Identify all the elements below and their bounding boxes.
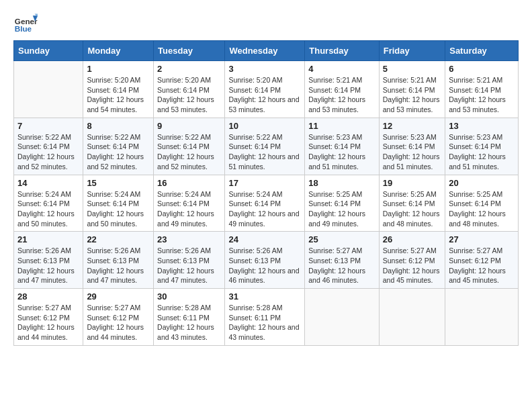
day-number: 8 (87, 121, 150, 131)
day-info: Sunrise: 5:22 AMSunset: 6:14 PMDaylight:… (17, 132, 79, 172)
day-number: 9 (157, 121, 221, 131)
calendar-week-row: 1Sunrise: 5:20 AMSunset: 6:14 PMDaylight… (14, 61, 519, 118)
calendar-cell: 2Sunrise: 5:20 AMSunset: 6:14 PMDaylight… (154, 61, 225, 118)
calendar-cell: 10Sunrise: 5:22 AMSunset: 6:14 PMDayligh… (225, 118, 305, 175)
day-info: Sunrise: 5:22 AMSunset: 6:14 PMDaylight:… (87, 132, 150, 172)
calendar-cell: 3Sunrise: 5:20 AMSunset: 6:14 PMDaylight… (225, 61, 305, 118)
calendar-cell: 1Sunrise: 5:20 AMSunset: 6:14 PMDaylight… (83, 61, 154, 118)
day-number: 29 (87, 291, 150, 302)
column-header-thursday: Thursday (305, 41, 380, 61)
day-number: 22 (87, 234, 150, 244)
day-info: Sunrise: 5:23 AMSunset: 6:14 PMDaylight:… (449, 132, 515, 172)
calendar-cell: 7Sunrise: 5:22 AMSunset: 6:14 PMDaylight… (14, 118, 83, 175)
day-info: Sunrise: 5:25 AMSunset: 6:14 PMDaylight:… (449, 189, 515, 229)
day-info: Sunrise: 5:27 AMSunset: 6:13 PMDaylight:… (308, 246, 375, 285)
day-info: Sunrise: 5:21 AMSunset: 6:14 PMDaylight:… (383, 75, 441, 115)
day-number: 4 (308, 64, 375, 74)
calendar-cell (379, 289, 445, 346)
day-number: 18 (308, 178, 375, 188)
calendar-cell: 5Sunrise: 5:21 AMSunset: 6:14 PMDaylight… (379, 61, 445, 118)
day-info: Sunrise: 5:24 AMSunset: 6:14 PMDaylight:… (17, 189, 79, 229)
day-number: 14 (17, 178, 79, 188)
day-number: 27 (449, 234, 515, 244)
day-number: 20 (449, 178, 515, 188)
day-info: Sunrise: 5:26 AMSunset: 6:13 PMDaylight:… (228, 246, 301, 285)
day-info: Sunrise: 5:24 AMSunset: 6:14 PMDaylight:… (228, 189, 301, 229)
svg-text:Blue: Blue (15, 24, 32, 33)
calendar-cell (445, 289, 519, 346)
logo-icon: General Blue (13, 11, 38, 35)
column-header-friday: Friday (379, 41, 445, 61)
calendar-cell: 16Sunrise: 5:24 AMSunset: 6:14 PMDayligh… (154, 175, 225, 232)
day-info: Sunrise: 5:26 AMSunset: 6:13 PMDaylight:… (17, 246, 79, 285)
day-info: Sunrise: 5:24 AMSunset: 6:14 PMDaylight:… (157, 189, 221, 229)
calendar-cell: 24Sunrise: 5:26 AMSunset: 6:13 PMDayligh… (225, 232, 305, 289)
day-info: Sunrise: 5:26 AMSunset: 6:13 PMDaylight:… (87, 246, 150, 285)
calendar-cell: 27Sunrise: 5:27 AMSunset: 6:12 PMDayligh… (445, 232, 519, 289)
calendar-cell: 14Sunrise: 5:24 AMSunset: 6:14 PMDayligh… (14, 175, 83, 232)
calendar-cell: 4Sunrise: 5:21 AMSunset: 6:14 PMDaylight… (305, 61, 380, 118)
column-header-sunday: Sunday (14, 41, 83, 61)
calendar-week-row: 14Sunrise: 5:24 AMSunset: 6:14 PMDayligh… (14, 175, 519, 232)
day-number: 28 (17, 291, 79, 302)
calendar-week-row: 21Sunrise: 5:26 AMSunset: 6:13 PMDayligh… (14, 232, 519, 289)
calendar-cell: 18Sunrise: 5:25 AMSunset: 6:14 PMDayligh… (305, 175, 380, 232)
day-info: Sunrise: 5:25 AMSunset: 6:14 PMDaylight:… (383, 189, 441, 229)
calendar-header-row: SundayMondayTuesdayWednesdayThursdayFrid… (14, 41, 519, 61)
day-info: Sunrise: 5:24 AMSunset: 6:14 PMDaylight:… (87, 189, 150, 229)
day-number: 6 (449, 64, 515, 74)
calendar-cell: 30Sunrise: 5:28 AMSunset: 6:11 PMDayligh… (154, 289, 225, 346)
calendar-cell: 22Sunrise: 5:26 AMSunset: 6:13 PMDayligh… (83, 232, 154, 289)
day-number: 30 (157, 291, 221, 302)
day-number: 17 (228, 178, 301, 188)
calendar-cell: 15Sunrise: 5:24 AMSunset: 6:14 PMDayligh… (83, 175, 154, 232)
calendar-cell: 29Sunrise: 5:27 AMSunset: 6:12 PMDayligh… (83, 289, 154, 346)
day-info: Sunrise: 5:23 AMSunset: 6:14 PMDaylight:… (308, 132, 375, 172)
day-number: 24 (228, 234, 301, 244)
calendar-body: 1Sunrise: 5:20 AMSunset: 6:14 PMDaylight… (14, 61, 519, 346)
calendar-cell (305, 289, 380, 346)
page-header: General Blue (13, 11, 519, 35)
calendar-cell: 11Sunrise: 5:23 AMSunset: 6:14 PMDayligh… (305, 118, 380, 175)
calendar-cell: 6Sunrise: 5:21 AMSunset: 6:14 PMDaylight… (445, 61, 519, 118)
day-info: Sunrise: 5:20 AMSunset: 6:14 PMDaylight:… (228, 75, 301, 115)
calendar-table: SundayMondayTuesdayWednesdayThursdayFrid… (13, 40, 519, 346)
day-number: 3 (228, 64, 301, 74)
day-number: 16 (157, 178, 221, 188)
day-number: 25 (308, 234, 375, 244)
column-header-tuesday: Tuesday (154, 41, 225, 61)
day-number: 31 (228, 291, 301, 302)
day-info: Sunrise: 5:20 AMSunset: 6:14 PMDaylight:… (87, 75, 150, 115)
column-header-saturday: Saturday (445, 41, 519, 61)
calendar-cell (14, 61, 83, 118)
day-number: 15 (87, 178, 150, 188)
day-number: 10 (228, 121, 301, 131)
day-info: Sunrise: 5:22 AMSunset: 6:14 PMDaylight:… (157, 132, 221, 172)
column-header-wednesday: Wednesday (225, 41, 305, 61)
day-number: 13 (449, 121, 515, 131)
day-info: Sunrise: 5:28 AMSunset: 6:11 PMDaylight:… (228, 303, 301, 342)
calendar-cell: 9Sunrise: 5:22 AMSunset: 6:14 PMDaylight… (154, 118, 225, 175)
day-info: Sunrise: 5:21 AMSunset: 6:14 PMDaylight:… (308, 75, 375, 115)
calendar-cell: 31Sunrise: 5:28 AMSunset: 6:11 PMDayligh… (225, 289, 305, 346)
calendar-cell: 8Sunrise: 5:22 AMSunset: 6:14 PMDaylight… (83, 118, 154, 175)
day-number: 1 (87, 64, 150, 74)
calendar-cell: 21Sunrise: 5:26 AMSunset: 6:13 PMDayligh… (14, 232, 83, 289)
calendar-cell: 13Sunrise: 5:23 AMSunset: 6:14 PMDayligh… (445, 118, 519, 175)
day-number: 7 (17, 121, 79, 131)
day-info: Sunrise: 5:21 AMSunset: 6:14 PMDaylight:… (449, 75, 515, 115)
day-number: 2 (157, 64, 221, 74)
calendar-cell: 19Sunrise: 5:25 AMSunset: 6:14 PMDayligh… (379, 175, 445, 232)
day-number: 21 (17, 234, 79, 244)
day-number: 5 (383, 64, 441, 74)
calendar-cell: 12Sunrise: 5:23 AMSunset: 6:14 PMDayligh… (379, 118, 445, 175)
calendar-cell: 20Sunrise: 5:25 AMSunset: 6:14 PMDayligh… (445, 175, 519, 232)
calendar-cell: 25Sunrise: 5:27 AMSunset: 6:13 PMDayligh… (305, 232, 380, 289)
day-info: Sunrise: 5:23 AMSunset: 6:14 PMDaylight:… (383, 132, 441, 172)
day-info: Sunrise: 5:27 AMSunset: 6:12 PMDaylight:… (87, 303, 150, 342)
calendar-week-row: 28Sunrise: 5:27 AMSunset: 6:12 PMDayligh… (14, 289, 519, 346)
calendar-cell: 23Sunrise: 5:26 AMSunset: 6:13 PMDayligh… (154, 232, 225, 289)
day-info: Sunrise: 5:20 AMSunset: 6:14 PMDaylight:… (157, 75, 221, 115)
calendar-cell: 28Sunrise: 5:27 AMSunset: 6:12 PMDayligh… (14, 289, 83, 346)
column-header-monday: Monday (83, 41, 154, 61)
